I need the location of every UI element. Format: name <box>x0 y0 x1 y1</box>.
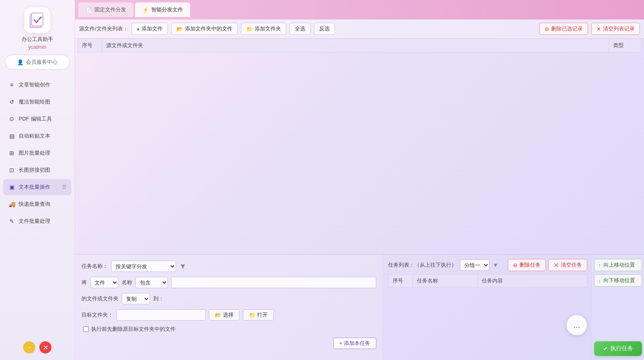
textbatch-expand-icon: ☰ <box>62 184 67 190</box>
add-folder-files-button[interactable]: 📂 添加文件夹中的文件 <box>171 23 238 35</box>
tab-fixed[interactable]: 📄 固定文件分发 <box>78 2 133 17</box>
more-button[interactable]: ... <box>566 315 587 336</box>
delete-selected-button[interactable]: ⊖ 删除已选记录 <box>539 23 588 35</box>
delete-selected-label: 删除已选记录 <box>551 25 583 32</box>
task-name-dropdown-icon[interactable]: ▼ <box>179 262 187 271</box>
task-name-label: 任务名称： <box>82 263 108 270</box>
action-to-label: 到： <box>153 295 164 302</box>
sidebar-item-filebatch[interactable]: ✎ 文件批量处理 <box>3 213 71 229</box>
article-icon: ≡ <box>8 81 15 88</box>
add-folder-label: 添加文件夹 <box>255 25 281 32</box>
add-task-button[interactable]: + 添加本任务 <box>333 338 376 349</box>
longimg-icon: ⊡ <box>8 166 15 174</box>
select-folder-icon: 📂 <box>215 312 221 318</box>
task-list-actions: ⊖ 删除任务 ✕ 清空任务 <box>508 259 587 271</box>
image-icon: ⊞ <box>8 149 15 157</box>
fixed-tab-icon: 📄 <box>86 7 92 13</box>
sidebar: 办公工具助手 ycadmin 👤 会员服务中心 ≡ 文章智能创作 ↺ 魔法智能绘… <box>0 0 75 360</box>
sidebar-item-longimg[interactable]: ⊡ 长图拼接切图 <box>3 162 71 178</box>
open-folder-icon: 📁 <box>249 312 255 318</box>
clear-tasks-icon: ✕ <box>554 261 559 269</box>
sidebar-item-express[interactable]: 🚚 快递批量查询 <box>3 196 71 212</box>
express-icon: 🚚 <box>8 200 15 208</box>
delete-task-button[interactable]: ⊖ 删除任务 <box>508 259 546 271</box>
sidebar-item-image-label: 图片批量处理 <box>19 149 50 157</box>
deselect-label: 反选 <box>319 25 330 32</box>
move-down-button[interactable]: ↓ 向下移动位置 <box>594 274 642 287</box>
filter-value-input[interactable] <box>171 277 376 288</box>
sidebar-item-magic-draw[interactable]: ↺ 魔法智能绘图 <box>3 94 71 110</box>
sidebar-nav: ≡ 文章智能创作 ↺ 魔法智能绘图 ⊙ PDF 编辑工具 ▤ 自动粘贴文本 ⊞ … <box>0 77 75 337</box>
clear-list-label: 清空列表记录 <box>603 25 635 32</box>
sidebar-item-paste[interactable]: ▤ 自动粘贴文本 <box>3 128 71 144</box>
fixed-tab-label: 固定文件分发 <box>94 6 126 13</box>
add-folder-button[interactable]: 📁 添加文件夹 <box>241 23 286 35</box>
sidebar-item-paste-label: 自动粘贴文本 <box>19 132 50 140</box>
add-task-row: + 添加本任务 <box>82 338 376 349</box>
move-down-icon: ↓ <box>599 278 601 284</box>
add-file-label: 添加文件 <box>142 25 163 32</box>
main-content: 📄 固定文件分发 ⚡ 智能分发文件 源文件/文件夹列表： ● 添加文件 📂 添加… <box>75 0 644 360</box>
select-all-label: 全选 <box>295 25 305 32</box>
magic-draw-icon: ↺ <box>8 98 15 106</box>
group-select[interactable]: 分组一 分组二 分组三 <box>460 259 489 271</box>
delete-checkbox-row: 执行前先删除原目标文件夹中的文件 <box>82 326 376 333</box>
move-up-icon: ↑ <box>599 262 601 268</box>
add-file-button[interactable]: ● 添加文件 <box>131 23 168 35</box>
filter-type-select[interactable]: 文件 文件夹 <box>90 277 118 288</box>
paste-icon: ▤ <box>8 132 15 140</box>
sidebar-item-longimg-label: 长图拼接切图 <box>19 166 50 174</box>
delete-selected-icon: ⊖ <box>545 26 549 32</box>
username: ycadmin <box>28 44 47 50</box>
close-button[interactable]: ✕ <box>39 341 52 354</box>
execute-button[interactable]: ✔ 执行任务 <box>594 341 642 356</box>
target-folder-input[interactable] <box>116 309 206 321</box>
sidebar-item-pdf[interactable]: ⊙ PDF 编辑工具 <box>3 111 71 127</box>
right-actions: ↑ 向上移动位置 ↓ 向下移动位置 ✔ 执行任务 <box>591 255 644 360</box>
sidebar-item-article[interactable]: ≡ 文章智能创作 <box>3 77 71 93</box>
action-select[interactable]: 复制 移动 <box>122 293 150 304</box>
move-up-button[interactable]: ↑ 向上移动位置 <box>594 259 642 271</box>
delete-checkbox[interactable] <box>83 326 89 332</box>
filter-condition-select[interactable]: 包含 不包含 等于 开头 结尾 <box>135 277 168 288</box>
app-logo <box>24 7 50 33</box>
clear-list-button[interactable]: ✕ 清空列表记录 <box>591 23 640 35</box>
file-table: 序号 源文件或文件夹 类型 <box>77 39 642 52</box>
execute-label: 执行任务 <box>610 345 633 352</box>
filebatch-icon: ✎ <box>8 218 15 225</box>
sidebar-item-article-label: 文章智能创作 <box>19 81 50 88</box>
minimize-button[interactable]: － <box>23 341 35 354</box>
more-icon: ... <box>573 321 580 330</box>
bottom-panel: 任务名称： 按关键字分发 ▼ 将 文件 文件夹 名称 包含 不包含 等于 开头 <box>75 254 644 360</box>
action-row: 的文件或文件夹 复制 移动 到： <box>82 293 376 304</box>
group-dropdown-icon[interactable]: ▼ <box>493 262 498 268</box>
sidebar-bottom: － ✕ <box>23 337 52 356</box>
task-list-header: 任务列表：（从上往下执行） 分组一 分组二 分组三 ▼ ⊖ 删除任务 ✕ 清空任… <box>388 259 587 271</box>
add-folder-icon: 📁 <box>246 26 253 32</box>
member-center-button[interactable]: 👤 会员服务中心 <box>5 55 70 69</box>
clear-tasks-button[interactable]: ✕ 清空任务 <box>548 259 587 271</box>
open-folder-button[interactable]: 📁 打开 <box>243 309 274 321</box>
member-center-label: 会员服务中心 <box>26 58 58 66</box>
add-task-label: + 添加本任务 <box>339 340 370 347</box>
open-folder-label: 打开 <box>257 311 268 319</box>
select-folder-button[interactable]: 📂 选择 <box>209 309 240 321</box>
add-folder-files-icon: 📂 <box>176 26 183 32</box>
tab-smart[interactable]: ⚡ 智能分发文件 <box>135 2 190 17</box>
source-label: 源文件/文件夹列表： <box>79 25 128 32</box>
select-all-button[interactable]: 全选 <box>290 23 311 35</box>
sidebar-item-textbatch[interactable]: ▣ 文本批量操作 ☰ <box>3 179 71 195</box>
task-col-name: 任务名称 <box>413 275 478 287</box>
task-name-select[interactable]: 按关键字分发 <box>111 261 176 272</box>
execute-icon: ✔ <box>603 345 608 352</box>
move-down-label: 向下移动位置 <box>603 277 635 284</box>
sidebar-item-express-label: 快递批量查询 <box>19 200 50 208</box>
task-table: 序号 任务名称 任务内容 <box>388 274 587 356</box>
task-table-inner: 序号 任务名称 任务内容 <box>388 274 587 287</box>
deselect-button[interactable]: 反选 <box>314 23 335 35</box>
sidebar-item-image[interactable]: ⊞ 图片批量处理 <box>3 145 71 161</box>
sidebar-item-magic-draw-label: 魔法智能绘图 <box>19 98 50 106</box>
add-folder-files-label: 添加文件夹中的文件 <box>185 25 232 32</box>
pdf-icon: ⊙ <box>8 115 15 123</box>
filter-row: 将 文件 文件夹 名称 包含 不包含 等于 开头 结尾 <box>82 277 376 288</box>
